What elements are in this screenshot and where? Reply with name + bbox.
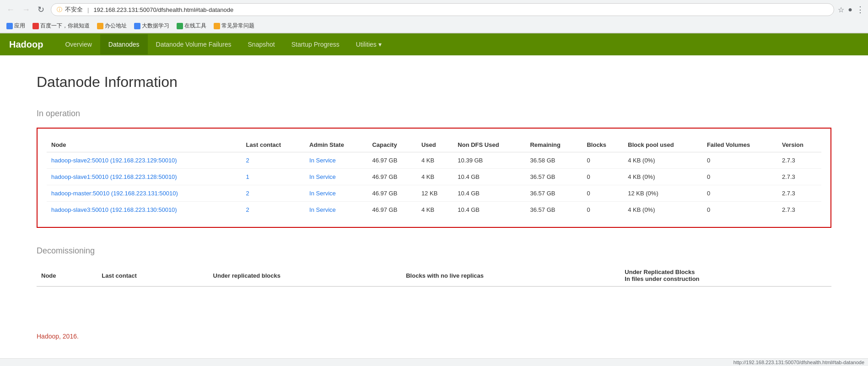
bookmarks-bar: 应用 百度一下，你就知道 办公地址 大数据学习 在线工具 常见异常问题 bbox=[0, 19, 868, 33]
cell-remaining: 36.57 GB bbox=[525, 169, 582, 185]
cell-non-dfs-used: 10.4 GB bbox=[453, 185, 525, 202]
cell-failed-volumes: 0 bbox=[702, 152, 777, 169]
cell-admin-state: In Service bbox=[305, 185, 367, 202]
decomissioning-table: Node Last contact Under replicated block… bbox=[37, 265, 831, 287]
bookmark-office-label: 办公地址 bbox=[105, 22, 127, 30]
tools-icon bbox=[177, 23, 183, 29]
cell-capacity: 46.97 GB bbox=[367, 185, 416, 202]
cell-capacity: 46.97 GB bbox=[367, 202, 416, 218]
nav-items: Overview Datanodes Datanode Volume Failu… bbox=[57, 34, 389, 54]
bookmark-apps[interactable]: 应用 bbox=[4, 21, 28, 31]
cell-node: hadoop-master:50010 (192.168.223.131:500… bbox=[47, 185, 242, 202]
footer: Hadoop, 2016. bbox=[0, 323, 868, 349]
apps-icon bbox=[6, 23, 13, 29]
cell-last-contact: 2 bbox=[242, 185, 305, 202]
forward-button[interactable]: → bbox=[19, 3, 33, 16]
security-label: 不安全 bbox=[65, 5, 83, 14]
nav-item-datanodes[interactable]: Datanodes bbox=[100, 34, 148, 54]
cell-remaining: 36.57 GB bbox=[525, 202, 582, 218]
col-used: Used bbox=[417, 138, 453, 152]
bookmark-star-button[interactable]: ☆ bbox=[838, 5, 844, 14]
cell-used: 4 KB bbox=[417, 169, 453, 185]
cell-remaining: 36.58 GB bbox=[525, 152, 582, 169]
browser-titlebar: ← → ↻ ⓘ 不安全 | 192.168.223.131:50070/dfsh… bbox=[0, 0, 868, 19]
cell-block-pool-used: 12 KB (0%) bbox=[623, 185, 702, 202]
col-node: Node bbox=[47, 138, 242, 152]
cell-version: 2.7.3 bbox=[777, 202, 821, 218]
col-version: Version bbox=[777, 138, 821, 152]
col-non-dfs-used: Non DFS Used bbox=[453, 138, 525, 152]
cell-used: 12 KB bbox=[417, 185, 453, 202]
hadoop-logo: Hadoop bbox=[9, 39, 43, 50]
office-icon bbox=[97, 23, 103, 29]
bookmark-baidu[interactable]: 百度一下，你就知道 bbox=[30, 21, 92, 31]
col-capacity: Capacity bbox=[367, 138, 416, 152]
cell-admin-state: In Service bbox=[305, 152, 367, 169]
bookmark-apps-label: 应用 bbox=[14, 22, 25, 30]
decomm-col-last-contact: Last contact bbox=[97, 265, 208, 286]
col-block-pool-used: Block pool used bbox=[623, 138, 702, 152]
decomm-col-node: Node bbox=[37, 265, 97, 286]
profile-button[interactable]: ● bbox=[848, 5, 852, 14]
cell-failed-volumes: 0 bbox=[702, 169, 777, 185]
cell-block-pool-used: 4 KB (0%) bbox=[623, 152, 702, 169]
nav-item-startup-progress[interactable]: Startup Progress bbox=[283, 34, 348, 54]
cell-capacity: 46.97 GB bbox=[367, 169, 416, 185]
datanode-table-body: hadoop-slave2:50010 (192.168.223.129:500… bbox=[47, 152, 821, 218]
cell-failed-volumes: 0 bbox=[702, 185, 777, 202]
table-row: hadoop-slave1:50010 (192.168.223.128:500… bbox=[47, 169, 821, 185]
nav-item-snapshot[interactable]: Snapshot bbox=[240, 34, 283, 54]
cell-non-dfs-used: 10.4 GB bbox=[453, 202, 525, 218]
nav-item-datanode-volume-failures[interactable]: Datanode Volume Failures bbox=[148, 34, 240, 54]
bookmark-office[interactable]: 办公地址 bbox=[94, 21, 129, 31]
cell-blocks: 0 bbox=[582, 202, 623, 218]
bookmark-tools-label: 在线工具 bbox=[184, 22, 206, 30]
nav-item-overview[interactable]: Overview bbox=[57, 34, 100, 54]
col-remaining: Remaining bbox=[525, 138, 582, 152]
decomm-col-under-replicated: Under replicated blocks bbox=[209, 265, 402, 286]
cell-capacity: 46.97 GB bbox=[367, 152, 416, 169]
table-header: Node Last contact Admin State Capacity U… bbox=[47, 138, 821, 152]
cell-node: hadoop-slave2:50010 (192.168.223.129:500… bbox=[47, 152, 242, 169]
url-text: 192.168.223.131:50070/dfshealth.html#tab… bbox=[93, 6, 828, 13]
cell-blocks: 0 bbox=[582, 152, 623, 169]
cell-blocks: 0 bbox=[582, 185, 623, 202]
cell-last-contact: 2 bbox=[242, 152, 305, 169]
bookmark-tools[interactable]: 在线工具 bbox=[174, 21, 209, 31]
decomm-col-no-live-replicas: Blocks with no live replicas bbox=[401, 265, 620, 286]
table-row: hadoop-slave2:50010 (192.168.223.129:500… bbox=[47, 152, 821, 169]
cell-last-contact: 2 bbox=[242, 202, 305, 218]
decomissioning-section: Decomissioning Node Last contact Under r… bbox=[37, 246, 831, 287]
cell-node: hadoop-slave3:50010 (192.168.223.130:500… bbox=[47, 202, 242, 218]
browser-chrome: ← → ↻ ⓘ 不安全 | 192.168.223.131:50070/dfsh… bbox=[0, 0, 868, 33]
bookmark-bigdata-label: 大数据学习 bbox=[142, 22, 169, 30]
decomissioning-section-title: Decomissioning bbox=[37, 246, 831, 256]
cell-version: 2.7.3 bbox=[777, 185, 821, 202]
main-content: Datanode Information In operation Node L… bbox=[0, 55, 868, 323]
table-row: hadoop-slave3:50010 (192.168.223.130:500… bbox=[47, 202, 821, 218]
security-icon: ⓘ bbox=[57, 6, 62, 14]
cell-version: 2.7.3 bbox=[777, 152, 821, 169]
bookmark-bigdata[interactable]: 大数据学习 bbox=[131, 21, 172, 31]
cell-node: hadoop-slave1:50010 (192.168.223.128:500… bbox=[47, 169, 242, 185]
browser-menu-button[interactable]: ⋮ bbox=[856, 5, 864, 15]
decomm-col-under-replicated-construction: Under Replicated BlocksIn files under co… bbox=[620, 265, 831, 286]
address-bar[interactable]: ⓘ 不安全 | 192.168.223.131:50070/dfshealth.… bbox=[51, 3, 834, 16]
cell-admin-state: In Service bbox=[305, 169, 367, 185]
cell-blocks: 0 bbox=[582, 169, 623, 185]
col-blocks: Blocks bbox=[582, 138, 623, 152]
col-admin-state: Admin State bbox=[305, 138, 367, 152]
bigdata-icon bbox=[134, 23, 140, 29]
cell-block-pool-used: 4 KB (0%) bbox=[623, 169, 702, 185]
table-row: hadoop-master:50010 (192.168.223.131:500… bbox=[47, 185, 821, 202]
back-button[interactable]: ← bbox=[4, 3, 17, 16]
reload-button[interactable]: ↻ bbox=[35, 3, 47, 16]
in-operation-section-title: In operation bbox=[37, 109, 831, 118]
bookmark-errors-label: 常见异常问题 bbox=[221, 22, 254, 30]
cell-failed-volumes: 0 bbox=[702, 202, 777, 218]
bookmark-errors[interactable]: 常见异常问题 bbox=[211, 21, 257, 31]
footer-text: Hadoop, 2016. bbox=[37, 333, 79, 340]
page-title: Datanode Information bbox=[37, 74, 831, 91]
cell-non-dfs-used: 10.4 GB bbox=[453, 169, 525, 185]
nav-item-utilities[interactable]: Utilities bbox=[348, 34, 390, 54]
